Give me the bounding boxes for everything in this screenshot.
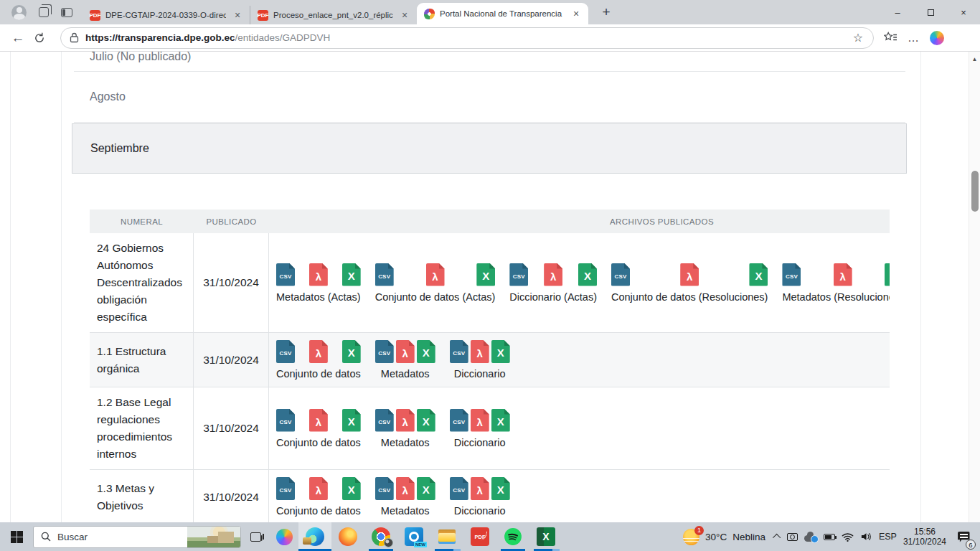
tray-expand-chevron-icon[interactable] <box>773 534 781 542</box>
pdf-file-icon[interactable]: λ <box>396 477 415 500</box>
pdf-file-icon[interactable]: λ <box>471 340 489 363</box>
cast-display-icon[interactable] <box>787 533 798 541</box>
csv-file-icon[interactable]: CSV <box>375 409 394 432</box>
file-group: CSV λ X Metadatos (Resoluciones) <box>782 263 890 303</box>
wifi-icon[interactable] <box>842 532 854 542</box>
scrollbar-thumb[interactable] <box>971 171 979 212</box>
pdf-file-icon[interactable]: λ <box>309 340 328 363</box>
csv-file-icon[interactable]: CSV <box>611 263 630 286</box>
pdf-file-icon[interactable]: λ <box>309 409 328 432</box>
browser-tab[interactable]: PDF Proceso_enlace_pnt_v2.0_réplica_ × <box>250 6 417 24</box>
excel-file-icon[interactable]: X <box>491 477 510 500</box>
weather-widget[interactable]: 1 30°C Neblina <box>683 529 765 545</box>
chrome-badge-icon <box>384 538 393 547</box>
pdf-file-icon[interactable]: λ <box>396 340 415 363</box>
accordion-agosto[interactable]: Agosto <box>74 72 905 123</box>
excel-file-icon[interactable]: X <box>342 340 361 363</box>
pdf-file-icon[interactable]: λ <box>426 263 445 286</box>
taskbar-chrome-button[interactable] <box>364 522 397 551</box>
file-group-label: Conjunto de datos <box>276 505 361 517</box>
close-button[interactable]: × <box>947 0 980 24</box>
workspaces-icon[interactable] <box>39 7 49 17</box>
close-tab-icon[interactable]: × <box>398 9 411 22</box>
taskbar-firefox-button[interactable] <box>331 522 364 551</box>
browser-tab[interactable]: PDF DPE-CGTAIP-2024-0339-O-directri × <box>83 6 250 24</box>
scroll-up-icon[interactable]: ▲ <box>969 56 980 62</box>
csv-file-icon[interactable]: CSV <box>509 263 528 286</box>
excel-file-icon[interactable]: X <box>491 409 510 432</box>
close-tab-icon[interactable]: × <box>570 7 583 20</box>
taskbar-spotify-button[interactable] <box>496 522 529 551</box>
csv-file-icon[interactable]: CSV <box>276 263 295 286</box>
taskbar-pdf-app-button[interactable]: PDF <box>463 522 496 551</box>
csv-file-icon[interactable]: CSV <box>375 477 394 500</box>
csv-file-icon[interactable]: CSV <box>450 477 468 500</box>
back-button[interactable]: ← <box>7 27 29 49</box>
volume-icon[interactable] <box>860 532 872 542</box>
taskbar-outlook-button[interactable]: NEW <box>397 522 430 551</box>
bookmark-star-icon[interactable]: ☆ <box>850 31 866 44</box>
excel-file-icon[interactable]: X <box>417 477 435 500</box>
onedrive-icon[interactable] <box>804 535 817 542</box>
excel-file-icon[interactable]: X <box>342 477 361 500</box>
file-group: CSV λ X Conjunto de datos (Actas) <box>375 263 496 303</box>
taskbar-copilot-button[interactable] <box>270 522 298 551</box>
taskbar-excel-button[interactable]: X <box>529 522 562 551</box>
excel-file-icon[interactable]: X <box>578 263 597 286</box>
notification-center-button[interactable]: 6 <box>953 522 974 551</box>
start-button[interactable] <box>0 522 33 551</box>
pdf-file-icon[interactable]: λ <box>309 263 328 286</box>
search-daily-image[interactable] <box>187 527 240 547</box>
pdf-file-icon[interactable]: λ <box>396 409 415 432</box>
pdf-file-icon[interactable]: λ <box>471 409 489 432</box>
excel-file-icon[interactable]: X <box>749 263 768 286</box>
task-view-button[interactable] <box>241 522 270 551</box>
settings-menu-icon[interactable]: … <box>908 32 920 44</box>
excel-file-icon[interactable]: X <box>417 409 435 432</box>
browser-tab-active[interactable]: Portal Nacional de Transparencia × <box>417 3 588 24</box>
taskbar-file-explorer-button[interactable] <box>430 522 463 551</box>
excel-file-icon[interactable]: X <box>342 409 361 432</box>
close-tab-icon[interactable]: × <box>231 9 244 22</box>
restore-button[interactable] <box>914 0 947 24</box>
clock-widget[interactable]: 15:56 31/10/2024 <box>903 527 946 547</box>
excel-file-icon[interactable]: X <box>417 340 435 363</box>
csv-file-icon[interactable]: CSV <box>375 263 394 286</box>
csv-file-icon[interactable]: CSV <box>782 263 801 286</box>
tab-actions-icon[interactable] <box>61 8 72 17</box>
language-indicator[interactable]: ESP <box>879 532 897 542</box>
excel-file-icon[interactable]: X <box>476 263 495 286</box>
file-group: CSV λ X Conjunto de datos <box>276 340 361 380</box>
csv-file-icon[interactable]: CSV <box>276 409 295 432</box>
csv-file-icon[interactable]: CSV <box>450 340 468 363</box>
pdf-file-icon[interactable]: λ <box>544 263 562 286</box>
pdf-file-icon[interactable]: λ <box>834 263 852 286</box>
header-archivos: ARCHIVOS PUBLICADOS <box>269 209 890 233</box>
refresh-button[interactable] <box>29 27 50 49</box>
accordion-julio[interactable]: Julio (No publicado) <box>74 52 905 72</box>
excel-file-icon[interactable]: X <box>885 263 890 286</box>
profile-avatar-icon[interactable] <box>11 5 27 20</box>
pdf-file-icon[interactable]: λ <box>471 477 489 500</box>
excel-file-icon[interactable]: X <box>491 340 510 363</box>
taskbar-search-input[interactable]: Buscar <box>33 526 241 548</box>
csv-file-icon[interactable]: CSV <box>450 409 468 432</box>
file-group-label: Diccionario (Actas) <box>509 291 597 303</box>
accordion-septiembre[interactable]: Septiembre <box>72 123 907 174</box>
page-scrollbar[interactable]: ▲ <box>969 52 980 522</box>
favorites-list-icon[interactable] <box>884 32 897 44</box>
taskbar-edge-button[interactable] <box>298 522 331 551</box>
new-tab-button[interactable]: + <box>597 3 616 22</box>
battery-icon[interactable] <box>824 534 835 540</box>
csv-file-icon[interactable]: CSV <box>276 477 295 500</box>
address-bar[interactable]: https://transparencia.dpe.gob.ec/entidad… <box>60 27 874 49</box>
copilot-icon[interactable] <box>930 31 944 45</box>
excel-file-icon[interactable]: X <box>342 263 361 286</box>
pdf-file-icon[interactable]: λ <box>680 263 699 286</box>
csv-file-icon[interactable]: CSV <box>375 340 394 363</box>
spotify-icon <box>504 527 522 546</box>
minimize-button[interactable]: – <box>881 0 914 24</box>
csv-file-icon[interactable]: CSV <box>276 340 295 363</box>
pdf-file-icon[interactable]: λ <box>309 477 328 500</box>
publications-table: NUMERAL PUBLICADO ARCHIVOS PUBLICADOS 24… <box>90 209 890 522</box>
